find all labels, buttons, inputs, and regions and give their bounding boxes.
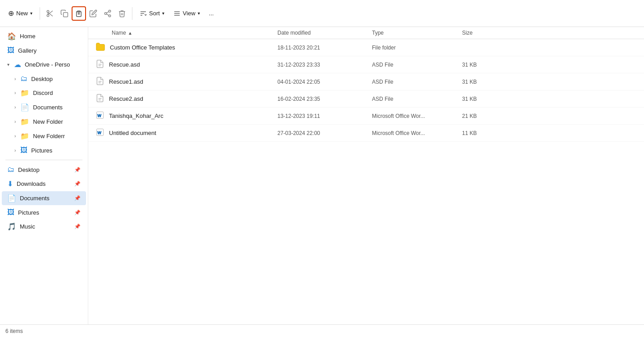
sidebar-item-onedrive[interactable]: ▾ ☁ OneDrive - Perso [2,58,86,72]
pictures-icon: 🖼 [20,146,27,154]
sidebar-item-label: OneDrive - Perso [25,61,70,68]
col-date-label: Date modified [277,30,311,36]
svg-rect-5 [63,12,68,17]
table-row[interactable]: Rescue1.asd 04-01-2024 22:05 ASD File 31… [88,73,644,90]
chevron-right-icon: › [14,119,16,124]
pin-icon: 📌 [74,167,81,173]
sidebar-item-label: New Folderr [33,133,65,139]
sidebar-item-discord[interactable]: › 📁 Discord [2,86,86,100]
new-label: New [16,10,28,17]
file-date-cell: 16-02-2024 23:35 [277,96,372,102]
file-size-cell: 11 KB [462,130,516,136]
svg-point-11 [104,12,107,14]
delete-button[interactable] [115,6,129,21]
sidebar-separator [5,160,82,160]
sidebar-item-label: Home [20,33,36,40]
sidebar-item-label: Gallery [18,47,36,54]
file-icon: W [95,128,104,138]
toolbar-divider-1 [40,7,40,20]
view-chevron-icon: ▾ [198,11,200,16]
new-chevron-icon: ▾ [30,11,32,16]
discord-icon: 📁 [20,89,29,97]
sidebar-item-home[interactable]: 🏠 Home [2,29,86,43]
cut-button[interactable] [43,6,57,21]
toolbar: ⊕ New ▾ Sort ▾ View ▾ ... [0,0,644,27]
paste-button[interactable] [72,6,86,21]
file-name-cell: W Untitled document [88,128,277,138]
sidebar-item-desktop[interactable]: › 🗂 Desktop [2,72,86,85]
sidebar-item-desktop-pin[interactable]: 🗂 Desktop 📌 [2,163,86,176]
view-button[interactable]: View ▾ [169,7,204,20]
new-plus-icon: ⊕ [8,9,14,18]
table-row[interactable]: W Untitled document 27-03-2024 22:00 Mic… [88,125,644,142]
file-type-cell: ASD File [372,79,462,85]
file-name-text: Rescue2.asd [109,95,143,102]
toolbar-divider-2 [132,7,132,20]
pin-icon: 📌 [74,224,81,229]
share-button[interactable] [100,6,115,21]
col-header-name[interactable]: Name ▲ [88,30,277,36]
chevron-right-icon: › [14,105,16,110]
desktop-pin-icon: 🗂 [7,166,14,174]
svg-text:W: W [97,130,101,135]
sidebar-item-pictures[interactable]: › 🖼 Pictures [2,144,86,157]
file-type-cell: ASD File [372,62,462,68]
file-date-cell: 13-12-2023 19:11 [277,113,372,119]
file-icon [95,59,104,70]
sidebar-item-newfolderr[interactable]: › 📁 New Folderr [2,129,86,143]
svg-point-12 [109,15,111,17]
new-button[interactable]: ⊕ New ▾ [4,6,37,20]
status-bar: 6 items [0,324,644,337]
file-type-cell: Microsoft Office Wor... [372,113,462,119]
file-size-cell: 31 KB [462,62,516,68]
onedrive-icon: ☁ [14,60,21,69]
sidebar-item-newfolder[interactable]: › 📁 New Folder [2,115,86,129]
rename-button[interactable] [86,6,100,21]
sidebar-item-label: Downloads [17,180,45,187]
file-name-text: Custom Office Templates [110,44,175,51]
pin-icon: 📌 [74,195,81,201]
sidebar-item-label: Discord [33,90,53,96]
sidebar-item-music-pin[interactable]: 🎵 Music 📌 [2,220,86,234]
col-header-type[interactable]: Type [372,30,462,36]
col-header-size[interactable]: Size [462,30,516,36]
sort-button[interactable]: Sort ▾ [135,7,169,20]
sidebar-item-pictures-pin[interactable]: 🖼 Pictures 📌 [2,206,86,219]
sidebar-item-label: Desktop [31,76,53,82]
sidebar-item-label: Pictures [31,147,52,154]
file-icon [95,76,104,87]
sidebar-item-documents[interactable]: › 📄 Documents [2,100,86,114]
file-name-text: Tanishqa_Kohar_Arc [109,112,163,119]
file-name-cell: Rescue.asd [88,59,277,70]
newfolder-icon: 📁 [20,117,29,126]
table-row[interactable]: Rescue2.asd 16-02-2024 23:35 ASD File 31… [88,90,644,108]
newfolderr-icon: 📁 [20,132,29,140]
file-name-text: Rescue.asd [109,61,140,68]
file-date-cell: 27-03-2024 22:00 [277,130,372,136]
chevron-right-icon: › [14,134,16,139]
music-pin-icon: 🎵 [7,222,16,231]
more-button[interactable]: ... [204,7,218,19]
file-type-cell: File folder [372,45,462,51]
file-name-cell: Rescue2.asd [88,94,277,104]
sidebar-item-documents-pin[interactable]: 📄 Documents 📌 [2,191,86,205]
table-row[interactable]: Rescue.asd 31-12-2023 23:33 ASD File 31 … [88,56,644,73]
sidebar-item-downloads-pin[interactable]: ⬇ Downloads 📌 [2,177,86,191]
file-date-cell: 04-01-2024 22:05 [277,79,372,85]
sidebar-item-gallery[interactable]: 🖼 Gallery [2,44,86,57]
file-name-cell: Rescue1.asd [88,76,277,87]
file-date-cell: 31-12-2023 23:33 [277,62,372,68]
file-icon [95,42,105,53]
table-row[interactable]: Custom Office Templates 18-11-2023 20:21… [88,39,644,56]
sidebar-item-label: Documents [33,104,63,111]
sort-label: Sort [149,10,160,17]
sidebar-item-label: Pictures [18,209,39,216]
file-type-cell: Microsoft Office Wor... [372,130,462,136]
file-icon: W [95,111,104,121]
file-icon [95,94,104,104]
col-header-date[interactable]: Date modified [277,30,372,36]
sidebar-item-label: Music [20,223,35,230]
sort-up-icon: ▲ [128,31,132,36]
copy-button[interactable] [57,6,72,21]
table-row[interactable]: W Tanishqa_Kohar_Arc 13-12-2023 19:11 Mi… [88,108,644,125]
